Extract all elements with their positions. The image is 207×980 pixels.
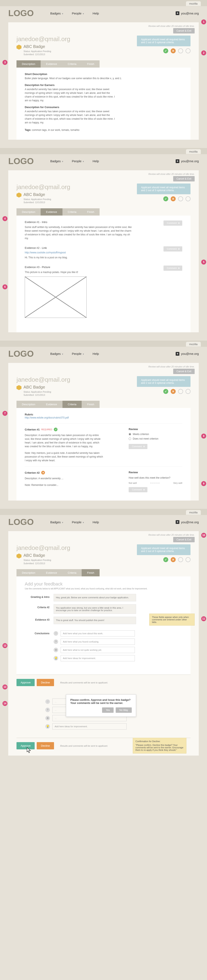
annotation-13: 13 — [3, 684, 8, 689]
pip-ok-icon: ✓ — [163, 389, 168, 394]
user-menu[interactable]: ✦you@me.org — [175, 159, 199, 163]
nav-badges[interactable]: Badges▼ — [50, 352, 64, 355]
tab-criteria[interactable]: Criteria — [62, 208, 82, 216]
annotation-9: 9 — [201, 481, 206, 486]
decline-button[interactable]: Decline — [37, 742, 54, 749]
slider[interactable]: Not well ○ ○ ○ ○ ○ Very well — [129, 482, 182, 484]
pip-empty-icon — [186, 389, 191, 394]
wrench-icon: ⚙ — [54, 648, 58, 652]
logo: LOGO — [8, 8, 34, 18]
nav-people[interactable]: People▼ — [72, 159, 84, 163]
approve-button[interactable]: Approve — [16, 679, 35, 686]
pip-ok-icon: ✓ — [163, 196, 168, 201]
tab-criteria[interactable]: Criteria — [62, 569, 82, 576]
user-menu[interactable]: ✦you@me.org — [175, 352, 199, 356]
tab-evidence[interactable]: Evidence — [41, 208, 62, 216]
criterion-2-note: Note: Remember to consider... — [25, 483, 120, 487]
nav-help[interactable]: Help — [93, 352, 99, 355]
confirm-message: Please confirm. Approve and Issue this b… — [70, 698, 132, 705]
action-message: Results and comments will be sent to app… — [60, 745, 108, 747]
radio-meets[interactable]: Meets criterion — [129, 433, 182, 436]
conclusion-love-input[interactable]: Add here what you love about this work. — [61, 630, 135, 636]
comment-button[interactable]: Comment — [129, 487, 147, 492]
conclusion-notworking-input[interactable]: Add here what is not quite working yet. — [61, 647, 135, 653]
nav-help[interactable]: Help — [93, 159, 99, 163]
tab-evidence[interactable]: Evidence — [41, 569, 62, 576]
comment-button[interactable]: Comment — [163, 221, 182, 226]
tab-finish[interactable]: Finish — [82, 60, 100, 68]
bulb-icon: 💡 — [45, 724, 50, 729]
annotation-12: 12 — [3, 643, 8, 648]
chevron-down-icon: ▼ — [82, 13, 84, 15]
consumer-desc-h: Description for Consumers — [25, 106, 182, 109]
fb-greeting-input[interactable]: Hey, great job. Below are some comments … — [54, 594, 136, 601]
nav-people[interactable]: People▼ — [72, 520, 84, 524]
comment-button[interactable]: Comment — [129, 444, 147, 449]
annotation-8: 8 — [201, 434, 206, 439]
annotation-14: 14 — [3, 701, 8, 706]
tab-description[interactable]: Description — [16, 208, 41, 216]
pip-empty-icon — [186, 557, 191, 562]
confirm-yes-button[interactable]: Yes — [102, 707, 114, 713]
tab-criteria[interactable]: Criteria — [62, 401, 82, 408]
header: LOGO Badges▼ People▼ Help ✦you@me.org — [0, 6, 207, 22]
tab-description[interactable]: Description — [16, 401, 41, 408]
cancel-exit-button[interactable]: Cancel & Exit — [173, 369, 194, 374]
wrench-icon: ⚙ — [45, 716, 50, 721]
pip-ok-icon: ✓ — [163, 48, 168, 53]
conclusion-confusing-input[interactable]: Add here what you found confusing. — [61, 639, 135, 645]
nav-help[interactable]: Help — [93, 520, 99, 524]
approve-button[interactable]: Approve — [16, 742, 35, 749]
radio-not-meets[interactable]: Does not meet criterion — [129, 437, 182, 440]
criterion-ok-icon: ✓ — [54, 428, 57, 431]
user-menu[interactable]: ✦you@me.org — [175, 11, 199, 15]
cancel-exit-button[interactable]: Cancel & Exit — [173, 537, 194, 542]
badge-submitted: Submitted: 12/1/2013 — [24, 53, 191, 56]
nav-badges[interactable]: Badges▼ — [50, 520, 64, 524]
criterion-2-desc: Description: A wonderful serenity ... — [25, 477, 120, 480]
criterion-1-note: Note: Hey mentors, just a quick note. A … — [25, 451, 103, 462]
pip-empty-icon — [178, 48, 183, 53]
confirm-no-button[interactable]: No Way — [116, 707, 132, 713]
user-menu[interactable]: ✦you@me.org — [175, 520, 199, 524]
nav-people[interactable]: People▼ — [72, 352, 84, 355]
nav-people[interactable]: People▼ — [72, 11, 84, 15]
conclusion-input-dim: Add here ideas for improvement. — [52, 723, 126, 730]
nav-help[interactable]: Help — [93, 11, 99, 15]
tab-finish[interactable]: Finish — [82, 569, 100, 576]
evidence-2-link[interactable]: http://www.coolsite.co/mystuff/mypost — [25, 251, 182, 254]
pip-bad-icon: ✕ — [171, 48, 175, 53]
cancel-exit-button[interactable]: Cancel & Exit — [173, 28, 194, 33]
short-desc-h: Short Description — [25, 73, 182, 76]
tab-criteria[interactable]: Criteria — [62, 60, 82, 68]
tab-description[interactable]: Description — [16, 569, 41, 576]
nav-badges[interactable]: Badges▼ — [50, 11, 64, 15]
comment-button[interactable]: Comment — [163, 266, 182, 271]
evidence-image-placeholder — [25, 277, 87, 318]
review-heading: Review — [129, 471, 182, 474]
rubric-link[interactable]: http://www.edsite.org/docs/rubric070.pdf — [25, 416, 69, 419]
tab-finish[interactable]: Finish — [82, 208, 100, 216]
cancel-exit-button[interactable]: Cancel & Exit — [173, 176, 194, 181]
comment-button[interactable]: Comment — [163, 247, 182, 251]
nav-badges[interactable]: Badges▼ — [50, 159, 64, 163]
radio-icon — [129, 433, 131, 436]
fb-conclusions-label: Conclusions — [25, 630, 49, 635]
annotation-10: 10 — [201, 533, 206, 538]
fb-criteria2-input[interactable]: You application was strong, but you were… — [54, 604, 136, 614]
pip-empty-icon — [186, 196, 191, 201]
short-desc-p: Boiler plate language. Most of our badge… — [25, 76, 182, 80]
fb-evidence3-input[interactable]: This is great stuff. You should publish … — [54, 617, 136, 624]
tab-evidence[interactable]: Evidence — [41, 401, 62, 408]
pip-empty-icon — [178, 557, 183, 562]
tab-evidence[interactable]: Evidence — [41, 60, 62, 68]
tab-description[interactable]: Description — [16, 60, 41, 68]
action-message: Results and comments will be sent to app… — [60, 681, 108, 684]
question-icon: ? — [45, 708, 50, 712]
rubric-label: Rubric — [25, 413, 33, 416]
decline-button[interactable]: Decline — [37, 679, 54, 686]
idle-message: Review will close after 20 minutes of id… — [8, 22, 199, 28]
pip-bad-icon: ✕ — [171, 557, 175, 562]
tab-finish[interactable]: Finish — [82, 401, 100, 408]
conclusion-ideas-input[interactable]: Add here ideas for improvement. — [61, 655, 135, 661]
